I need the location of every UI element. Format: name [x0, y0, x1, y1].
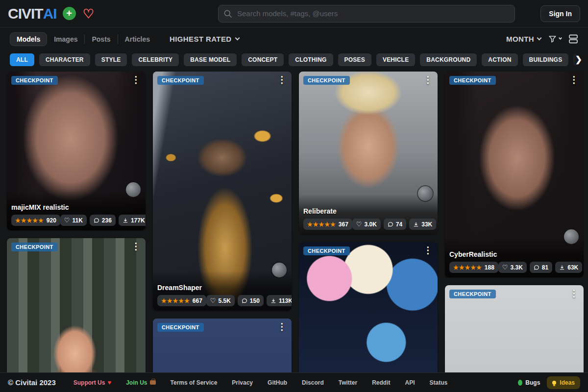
tab-models[interactable]: Models [10, 32, 47, 46]
period-label: MONTH [506, 35, 534, 43]
category-chip-character[interactable]: CHARACTER [39, 53, 90, 66]
footer-link-privacy[interactable]: Privacy [232, 379, 253, 386]
footer-link-github[interactable]: GitHub [268, 379, 287, 386]
model-card-cropped[interactable]: CHECKPOINT ⋮ [7, 238, 146, 392]
likes-pill: ♡ 3.3K [498, 262, 527, 273]
bug-icon [518, 380, 522, 386]
heart-icon: ♡ [356, 221, 362, 227]
create-button[interactable]: + [63, 7, 76, 20]
period-dropdown[interactable]: MONTH [506, 35, 541, 43]
category-chip-vehicle[interactable]: VEHICLE [376, 53, 415, 66]
category-chip-clothing[interactable]: CLOTHING [289, 53, 333, 66]
app-footer: © Civitai 2023 Support Us ♥ Join Us Term… [0, 372, 588, 392]
downloads-pill: 177K [119, 215, 146, 226]
metric-pills: ♡ 3.3K 81 63K [498, 262, 582, 273]
support-us-label: Support Us [74, 379, 105, 386]
creator-avatar[interactable] [272, 263, 287, 277]
model-type-badge[interactable]: CHECKPOINT [11, 243, 58, 251]
model-type-badge[interactable]: CHECKPOINT [11, 76, 58, 85]
chevron-down-icon [537, 36, 542, 41]
rating-count: 367 [339, 221, 348, 228]
card-menu-icon[interactable]: ⋮ [569, 288, 579, 299]
rating-count: 920 [47, 217, 56, 224]
card-menu-icon[interactable]: ⋮ [277, 74, 287, 86]
model-card-majicmix[interactable]: CHECKPOINT ⋮ majicMIX realistic ★★★★★ 92… [7, 72, 146, 230]
card-menu-icon[interactable]: ⋮ [423, 74, 433, 86]
model-type-badge[interactable]: CHECKPOINT [449, 290, 496, 298]
sort-dropdown[interactable]: HIGHEST RATED [170, 35, 239, 43]
grid-column: CHECKPOINT ⋮ CyberRealistic ★★★★★ 188 ♡ … [445, 72, 584, 392]
card-stats: ★★★★★ 367 ♡ 3.0K 74 [303, 219, 433, 230]
footer-link-twitter[interactable]: Twitter [339, 379, 357, 386]
tab-images[interactable]: Images [47, 35, 84, 43]
comment-icon [388, 221, 393, 227]
heart-icon: ♡ [502, 264, 508, 270]
footer-link-status[interactable]: Status [430, 379, 448, 386]
card-menu-icon[interactable]: ⋮ [423, 245, 433, 256]
likes-pill: ♡ 3.0K [352, 219, 381, 230]
search-box [218, 5, 515, 23]
comments-pill: 74 [384, 219, 406, 230]
civitai-logo[interactable]: CIVITAI [8, 6, 57, 21]
creator-avatar[interactable] [126, 182, 141, 197]
card-menu-icon[interactable]: ⋮ [277, 321, 287, 333]
chevron-right-icon: ❯ [575, 54, 582, 65]
footer-right-group: Bugs Ideas [518, 376, 580, 389]
category-chip-buildings[interactable]: BUILDINGS [523, 53, 569, 66]
category-chip-action[interactable]: ACTION [482, 53, 517, 66]
likes-count: 3.0K [364, 221, 376, 228]
model-card-cyberrealistic[interactable]: CHECKPOINT ⋮ CyberRealistic ★★★★★ 188 ♡ … [445, 72, 584, 277]
comments-count: 236 [102, 217, 112, 224]
card-stats: ★★★★★ 188 ♡ 3.3K 81 [449, 262, 579, 273]
search-input[interactable] [218, 5, 515, 23]
model-type-badge[interactable]: CHECKPOINT [303, 76, 350, 85]
card-menu-icon[interactable]: ⋮ [131, 241, 141, 252]
creator-avatar[interactable] [418, 186, 433, 201]
scroll-right-button[interactable]: ❯ [566, 50, 588, 69]
category-chip-base-model[interactable]: BASE MODEL [184, 53, 237, 66]
favorites-heart-icon[interactable]: ♡ [83, 7, 94, 20]
tab-articles[interactable]: Articles [118, 35, 157, 43]
model-card-dreamshaper[interactable]: CHECKPOINT ⋮ DreamShaper ★★★★★ 667 ♡ 5.5… [153, 72, 292, 311]
category-chip-style[interactable]: STYLE [95, 53, 127, 66]
model-card-reliberate[interactable]: CHECKPOINT ⋮ Reliberate ★★★★★ 367 ♡ 3.0K [299, 72, 438, 234]
footer-link-support-us[interactable]: Support Us ♥ [74, 379, 111, 386]
creator-avatar[interactable] [564, 229, 579, 244]
sign-in-button[interactable]: Sign In [540, 5, 580, 22]
comment-icon [94, 218, 99, 223]
rating-pill: ★★★★★ 188 [449, 262, 498, 273]
filter-funnel-icon [548, 34, 557, 44]
layout-toggle-button[interactable] [568, 34, 578, 44]
model-card-cropped[interactable]: CHECKPOINT ⋮ [299, 242, 438, 392]
likes-pill: ♡ 5.5K [206, 295, 235, 306]
briefcase-icon [150, 380, 156, 385]
star-icons: ★★★★★ [161, 298, 190, 304]
model-title: Reliberate [303, 207, 433, 215]
search-icon [223, 9, 233, 19]
category-chip-celebrity[interactable]: CELEBRITY [132, 53, 179, 66]
filter-controls: MONTH [506, 34, 578, 44]
category-chip-all[interactable]: ALL [10, 53, 34, 66]
logo-text-ai: AI [43, 6, 57, 21]
model-type-badge[interactable]: CHECKPOINT [157, 323, 204, 332]
card-menu-icon[interactable]: ⋮ [569, 74, 579, 86]
category-chip-concept[interactable]: CONCEPT [242, 53, 284, 66]
model-type-badge[interactable]: CHECKPOINT [449, 76, 496, 85]
footer-link-reddit[interactable]: Reddit [372, 379, 390, 386]
card-info-overlay: DreamShaper ★★★★★ 667 ♡ 5.5K 150 [153, 271, 292, 311]
category-chip-background[interactable]: BACKGROUND [420, 53, 477, 66]
tab-posts[interactable]: Posts [85, 35, 117, 43]
footer-link-discord[interactable]: Discord [302, 379, 324, 386]
model-type-badge[interactable]: CHECKPOINT [157, 76, 204, 85]
footer-link-terms[interactable]: Terms of Service [171, 379, 218, 386]
model-type-badge[interactable]: CHECKPOINT [303, 246, 350, 255]
bugs-button[interactable]: Bugs [518, 379, 540, 386]
category-chip-poses[interactable]: POSES [338, 53, 371, 66]
lightbulb-icon [552, 381, 556, 385]
ideas-button[interactable]: Ideas [547, 376, 580, 389]
card-menu-icon[interactable]: ⋮ [131, 74, 141, 86]
comments-count: 150 [250, 297, 260, 304]
filter-dropdown[interactable] [548, 34, 562, 44]
footer-link-join-us[interactable]: Join Us [126, 379, 155, 386]
footer-link-api[interactable]: API [405, 379, 415, 386]
